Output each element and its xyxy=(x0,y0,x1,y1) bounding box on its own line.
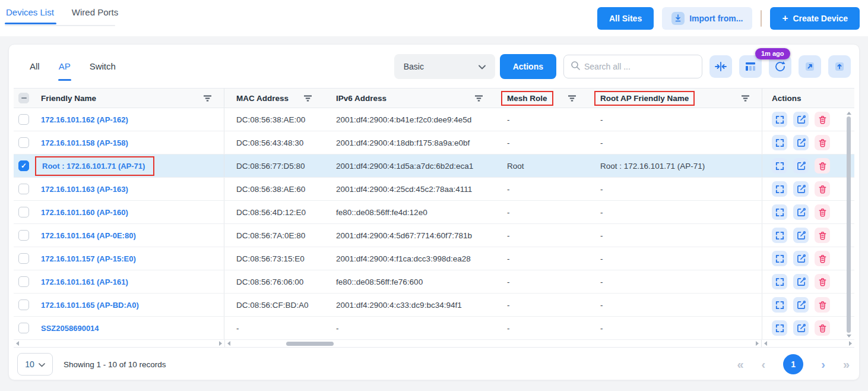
table-row[interactable]: SSZ2058690014 - - - - xyxy=(14,317,854,340)
left-pane-scrollbar[interactable] xyxy=(14,340,224,347)
delete-icon[interactable] xyxy=(815,112,830,127)
expand-icon[interactable] xyxy=(772,274,787,289)
edit-icon[interactable] xyxy=(793,204,809,220)
col-header-root-ap[interactable]: Root AP Friendly Name xyxy=(594,91,695,106)
edit-icon[interactable] xyxy=(793,228,809,243)
vertical-scrollbar[interactable] xyxy=(846,112,851,338)
first-page-icon[interactable]: « xyxy=(737,358,743,370)
table-row[interactable]: 172.16.101.160 (AP-160) DC:08:56:4D:12:E… xyxy=(14,201,854,224)
device-name-link[interactable]: Root : 172.16.101.71 (AP-71) xyxy=(42,162,145,171)
scrollbar-thumb[interactable] xyxy=(847,116,851,333)
delete-icon[interactable] xyxy=(815,297,830,313)
table-row[interactable]: 172.16.101.164 (AP-0E:80) DC:08:56:7A:0E… xyxy=(14,224,854,247)
edit-icon[interactable] xyxy=(793,297,809,313)
current-page-button[interactable]: 1 xyxy=(783,354,803,374)
device-name-link[interactable]: 172.16.101.157 (AP-15:E0) xyxy=(41,254,136,263)
right-pane-scrollbar[interactable] xyxy=(762,340,854,347)
expand-icon[interactable] xyxy=(772,228,787,243)
collapse-columns-icon[interactable] xyxy=(709,55,732,78)
page-size-select[interactable]: 10 xyxy=(17,353,53,376)
device-name-link[interactable]: 172.16.101.161 (AP-161) xyxy=(41,278,128,286)
row-checkbox[interactable] xyxy=(18,184,29,194)
chevron-down-icon xyxy=(39,360,45,369)
row-checkbox[interactable] xyxy=(18,323,29,333)
delete-icon[interactable] xyxy=(815,274,830,289)
search-input[interactable] xyxy=(584,62,695,71)
delete-icon[interactable] xyxy=(815,204,830,220)
edit-icon[interactable] xyxy=(793,320,809,336)
expand-icon[interactable] xyxy=(772,181,787,197)
table-row[interactable]: 172.16.101.158 (AP-158) DC:08:56:43:48:3… xyxy=(14,131,854,154)
col-header-mac[interactable]: MAC Address xyxy=(236,94,289,103)
tab-switch[interactable]: Switch xyxy=(89,58,116,75)
mesh-role-cell: - xyxy=(495,294,588,316)
filter-icon[interactable] xyxy=(568,94,576,102)
upload-icon[interactable] xyxy=(828,55,851,78)
tab-devices-list[interactable]: Devices List xyxy=(5,7,55,26)
actions-button[interactable]: Actions xyxy=(500,54,556,79)
edit-icon[interactable] xyxy=(793,135,809,150)
table-row[interactable]: 172.16.101.161 (AP-161) DC:08:56:76:06:0… xyxy=(14,270,854,294)
select-all-checkbox[interactable] xyxy=(18,93,29,103)
expand-icon[interactable] xyxy=(772,297,787,313)
devices-table: Friendly Name MAC Address IPv6 Address M… xyxy=(14,88,854,348)
col-header-ipv6[interactable]: IPv6 Address xyxy=(336,94,387,103)
device-name-link[interactable]: SSZ2058690014 xyxy=(41,324,99,333)
delete-icon[interactable] xyxy=(815,158,830,174)
create-device-button[interactable]: + Create Device xyxy=(770,7,860,30)
next-page-icon[interactable]: › xyxy=(821,358,825,370)
expand-icon[interactable] xyxy=(772,251,787,266)
expand-icon[interactable] xyxy=(772,135,787,150)
row-checkbox[interactable] xyxy=(18,207,29,217)
last-page-icon[interactable]: » xyxy=(843,358,850,370)
table-row[interactable]: 172.16.101.165 (AP-BD:A0) DC:08:56:CF:BD… xyxy=(14,294,854,317)
device-name-link[interactable]: 172.16.101.164 (AP-0E:80) xyxy=(41,231,136,240)
filter-icon[interactable] xyxy=(303,94,312,102)
view-mode-select[interactable]: Basic xyxy=(394,54,495,79)
row-checkbox[interactable] xyxy=(18,299,29,310)
row-checkbox[interactable] xyxy=(18,114,29,125)
all-sites-button[interactable]: All Sites xyxy=(597,7,654,30)
device-name-link[interactable]: 172.16.101.165 (AP-BD:A0) xyxy=(41,301,139,310)
filter-icon[interactable] xyxy=(741,94,750,102)
middle-pane-scrollbar[interactable] xyxy=(224,340,762,347)
edit-icon[interactable] xyxy=(793,112,809,127)
filter-icon[interactable] xyxy=(203,94,212,102)
delete-icon[interactable] xyxy=(815,181,830,197)
edit-icon[interactable] xyxy=(793,274,809,289)
table-row[interactable]: 172.16.101.163 (AP-163) DC:08:56:38:AE:6… xyxy=(14,178,854,201)
table-row[interactable]: 172.16.101.157 (AP-15:E0) DC:08:56:73:15… xyxy=(14,247,854,270)
row-checkbox[interactable] xyxy=(18,160,29,171)
expand-icon[interactable] xyxy=(772,112,787,127)
edit-icon[interactable] xyxy=(793,158,809,174)
device-name-link[interactable]: 172.16.101.162 (AP-162) xyxy=(41,115,128,124)
delete-icon[interactable] xyxy=(815,251,830,266)
open-external-icon[interactable] xyxy=(799,55,821,78)
table-row[interactable]: 172.16.101.162 (AP-162) DC:08:56:38:AE:0… xyxy=(14,108,854,131)
expand-icon[interactable] xyxy=(772,158,787,174)
row-checkbox[interactable] xyxy=(18,137,29,148)
col-header-mesh-role[interactable]: Mesh Role xyxy=(501,91,553,106)
prev-page-icon[interactable]: ‹ xyxy=(762,358,766,370)
table-row[interactable]: Root : 172.16.101.71 (AP-71) DC:08:56:77… xyxy=(14,154,854,178)
device-name-link[interactable]: 172.16.101.158 (AP-158) xyxy=(41,138,128,147)
device-name-link[interactable]: 172.16.101.163 (AP-163) xyxy=(41,185,128,194)
tab-wired-ports[interactable]: Wired Ports xyxy=(71,7,119,26)
filter-icon[interactable] xyxy=(474,94,483,102)
expand-icon[interactable] xyxy=(772,204,787,220)
tab-ap[interactable]: AP xyxy=(58,58,71,75)
row-checkbox[interactable] xyxy=(18,276,29,287)
device-name-link[interactable]: 172.16.101.160 (AP-160) xyxy=(41,208,128,217)
row-checkbox[interactable] xyxy=(18,253,29,264)
row-checkbox[interactable] xyxy=(18,230,29,241)
delete-icon[interactable] xyxy=(815,320,830,336)
tab-all[interactable]: All xyxy=(29,58,40,75)
expand-icon[interactable] xyxy=(772,320,787,336)
delete-icon[interactable] xyxy=(815,228,830,243)
col-header-friendly-name[interactable]: Friendly Name xyxy=(41,94,96,103)
edit-icon[interactable] xyxy=(793,251,809,266)
edit-icon[interactable] xyxy=(793,181,809,197)
scrollbar-thumb[interactable] xyxy=(286,342,334,346)
import-from-button[interactable]: Import from... xyxy=(662,7,752,30)
delete-icon[interactable] xyxy=(815,135,830,150)
